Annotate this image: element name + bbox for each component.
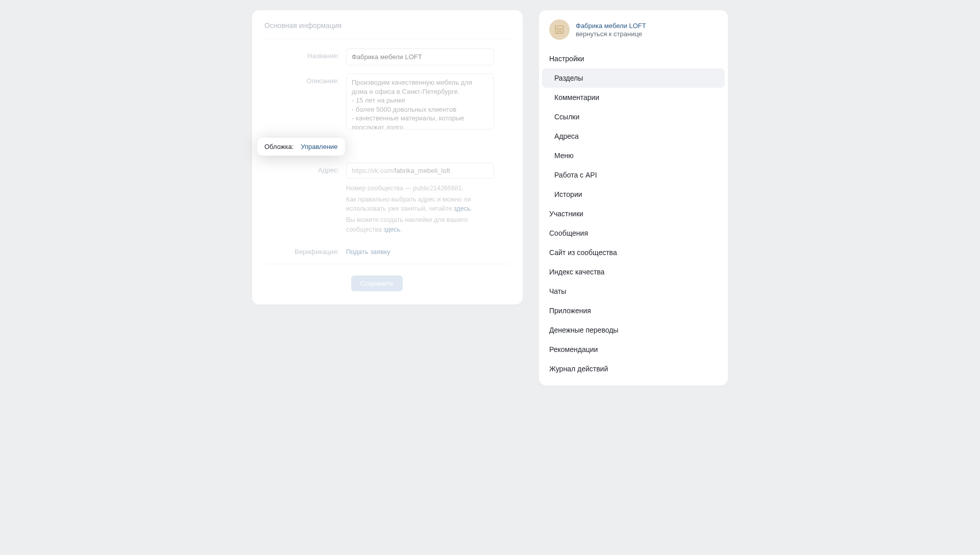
card-title: Основная информация [264,21,510,39]
hint-community-number: Номер сообщества — public214265681. [346,184,504,193]
sidebar-header: Фабрика мебели LOFT вернуться к странице [539,10,728,47]
action-row: Сохранить [264,273,510,291]
nav-item-5[interactable]: Меню [542,146,725,165]
nav-item-4[interactable]: Адреса [542,127,725,146]
nav-item-11[interactable]: Индекс качества [542,262,725,282]
row-description: Описание: [264,73,510,130]
hint-stickers: Вы можете создать наклейки для вашего со… [346,215,504,234]
label-name: Название: [264,48,346,60]
row-cover: Обложка: Управление [264,138,510,156]
save-button[interactable]: Сохранить [351,275,403,291]
nav-item-13[interactable]: Приложения [542,301,725,320]
nav-item-8[interactable]: Участники [542,204,725,223]
input-address[interactable] [395,167,481,174]
hint-link-here-2[interactable]: здесь [383,226,400,233]
nav-item-15[interactable]: Рекомендации [542,340,725,359]
nav-item-6[interactable]: Работа с API [542,165,725,185]
back-to-page-link[interactable]: вернуться к странице [576,30,646,38]
nav-item-14[interactable]: Денежные переводы [542,320,725,340]
hint-link-here-1[interactable]: здесь [454,205,470,212]
label-description: Описание: [264,73,346,85]
address-input-wrap[interactable]: https://vk.com/ [346,163,494,179]
nav-item-2[interactable]: Комментарии [542,88,725,107]
row-name: Название: [264,48,510,65]
nav-item-12[interactable]: Чаты [542,282,725,301]
hint-address-rules: Как правильно выбрать адрес и можно ли и… [346,195,504,213]
sidebar-nav: НастройкиРазделыКомментарииСсылкиАдресаМ… [539,47,728,381]
sidebar: Фабрика мебели LOFT вернуться к странице… [539,10,728,386]
cover-manage-link[interactable]: Управление [301,143,337,150]
main-settings-card: Основная информация Название: Описание: … [252,10,523,305]
row-address: Адрес: https://vk.com/ Номер сообщества … [264,163,510,236]
divider-bottom [264,264,510,264]
row-verification: Верификация: Подать заявку [264,244,510,256]
nav-item-16[interactable]: Журнал действий [542,359,725,379]
label-cover: Обложка: [264,143,301,150]
nav-item-10[interactable]: Сайт из сообщества [542,243,725,262]
cover-popover: Обложка: Управление [257,138,345,156]
nav-item-9[interactable]: Сообщения [542,223,725,243]
storefront-icon [554,24,565,35]
textarea-description[interactable] [346,73,494,130]
community-name-link[interactable]: Фабрика мебели LOFT [576,22,646,30]
input-name[interactable] [346,48,494,65]
nav-item-3[interactable]: Ссылки [542,107,725,127]
nav-item-7[interactable]: Истории [542,185,725,204]
nav-item-1[interactable]: Разделы [542,68,725,88]
community-avatar[interactable] [549,19,570,40]
nav-item-0[interactable]: Настройки [542,49,725,68]
verification-apply-link[interactable]: Подать заявку [346,244,390,256]
address-hints: Номер сообщества — public214265681. Как … [346,184,504,234]
label-address: Адрес: [264,163,346,174]
divider [264,39,510,39]
label-verification: Верификация: [264,244,346,256]
address-prefix: https://vk.com/ [352,167,395,174]
